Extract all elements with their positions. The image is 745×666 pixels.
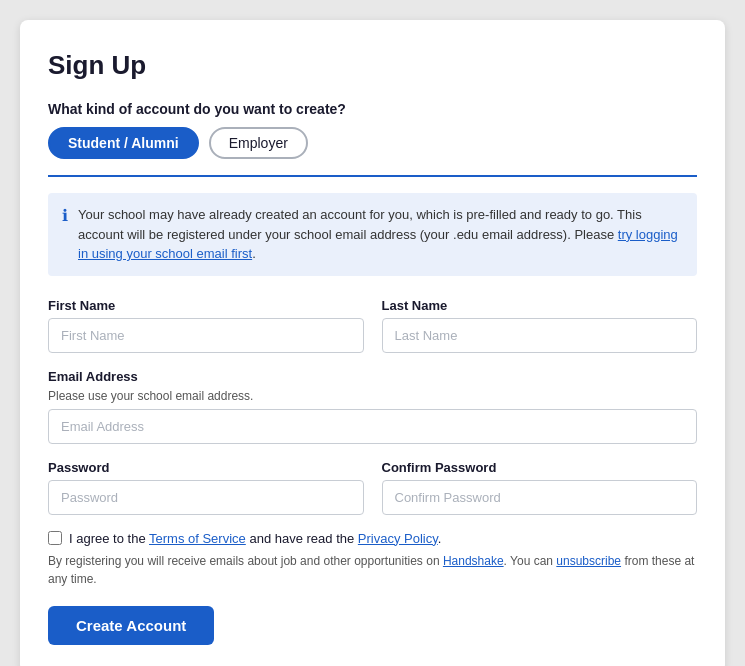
divider [48, 175, 697, 177]
email-label: Email Address [48, 369, 697, 384]
tos-label-part2: and have read the [246, 531, 358, 546]
info-box-text: Your school may have already created an … [78, 205, 683, 264]
signup-card: Sign Up What kind of account do you want… [20, 20, 725, 666]
create-account-button[interactable]: Create Account [48, 606, 214, 645]
page-title: Sign Up [48, 50, 697, 81]
first-name-input[interactable] [48, 318, 364, 353]
email-input[interactable] [48, 409, 697, 444]
unsubscribe-link[interactable]: unsubscribe [556, 554, 621, 568]
notice-text: By registering you will receive emails a… [48, 552, 697, 588]
info-text-part1: Your school may have already created an … [78, 207, 642, 242]
last-name-group: Last Name [382, 298, 698, 353]
handshake-link[interactable]: Handshake [443, 554, 504, 568]
email-group: Email Address Please use your school ema… [48, 369, 697, 444]
tos-checkbox[interactable] [48, 531, 62, 545]
account-type-question: What kind of account do you want to crea… [48, 101, 697, 117]
last-name-label: Last Name [382, 298, 698, 313]
last-name-input[interactable] [382, 318, 698, 353]
notice-part2: . You can [504, 554, 557, 568]
first-name-label: First Name [48, 298, 364, 313]
notice-part1: By registering you will receive emails a… [48, 554, 443, 568]
tos-label-part1: I agree to the [69, 531, 149, 546]
password-input[interactable] [48, 480, 364, 515]
info-text-part2: . [252, 246, 256, 261]
account-type-selector: Student / Alumni Employer [48, 127, 697, 159]
employer-button[interactable]: Employer [209, 127, 308, 159]
password-group: Password [48, 460, 364, 515]
tos-label-part3: . [438, 531, 442, 546]
tos-row: I agree to the Terms of Service and have… [48, 531, 697, 546]
student-alumni-button[interactable]: Student / Alumni [48, 127, 199, 159]
first-name-group: First Name [48, 298, 364, 353]
privacy-link[interactable]: Privacy Policy [358, 531, 438, 546]
email-sublabel: Please use your school email address. [48, 389, 697, 403]
password-row: Password Confirm Password [48, 460, 697, 515]
password-label: Password [48, 460, 364, 475]
confirm-password-label: Confirm Password [382, 460, 698, 475]
info-icon: ℹ [62, 206, 68, 225]
confirm-password-input[interactable] [382, 480, 698, 515]
info-box: ℹ Your school may have already created a… [48, 193, 697, 276]
tos-label: I agree to the Terms of Service and have… [69, 531, 441, 546]
name-row: First Name Last Name [48, 298, 697, 353]
tos-link[interactable]: Terms of Service [149, 531, 246, 546]
confirm-password-group: Confirm Password [382, 460, 698, 515]
